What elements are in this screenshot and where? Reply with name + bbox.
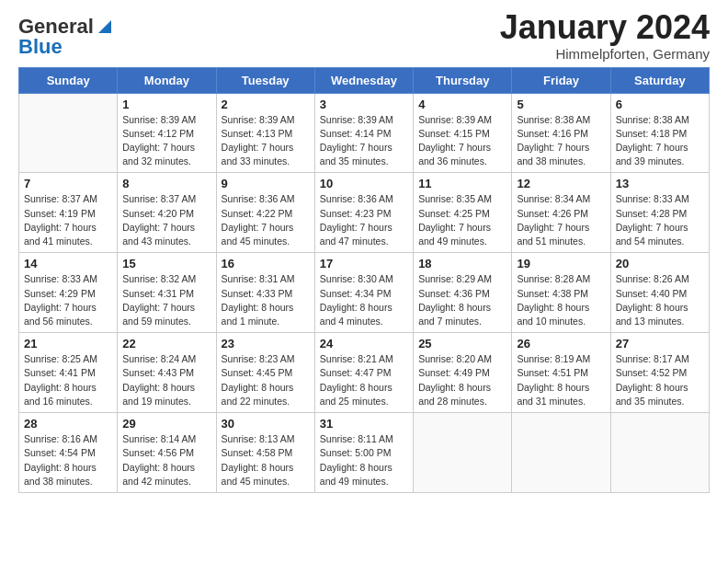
calendar-cell: 28Sunrise: 8:16 AMSunset: 4:54 PMDayligh… [19, 413, 118, 493]
calendar-cell: 6Sunrise: 8:38 AMSunset: 4:18 PMDaylight… [610, 93, 709, 173]
header-saturday: Saturday [610, 67, 709, 93]
header-wednesday: Wednesday [314, 67, 413, 93]
day-number: 7 [24, 177, 112, 190]
day-number: 31 [320, 417, 408, 431]
day-info: Sunrise: 8:34 AMSunset: 4:26 PMDaylight:… [517, 192, 605, 248]
day-info: Sunrise: 8:39 AMSunset: 4:14 PMDaylight:… [320, 113, 408, 169]
header-monday: Monday [118, 67, 216, 93]
day-number: 23 [222, 337, 310, 350]
day-number: 4 [418, 98, 506, 111]
day-number: 29 [122, 417, 210, 431]
day-info: Sunrise: 8:14 AMSunset: 4:56 PMDaylight:… [122, 432, 210, 488]
calendar-cell: 10Sunrise: 8:36 AMSunset: 4:23 PMDayligh… [314, 173, 413, 253]
calendar-cell: 23Sunrise: 8:23 AMSunset: 4:45 PMDayligh… [216, 333, 314, 413]
calendar-cell: 3Sunrise: 8:39 AMSunset: 4:14 PMDaylight… [314, 93, 413, 173]
calendar-cell: 14Sunrise: 8:33 AMSunset: 4:29 PMDayligh… [19, 253, 118, 333]
day-number: 1 [122, 98, 210, 111]
calendar-week-row: 21Sunrise: 8:25 AMSunset: 4:41 PMDayligh… [19, 333, 710, 413]
calendar-cell [414, 413, 512, 493]
calendar-cell: 17Sunrise: 8:30 AMSunset: 4:34 PMDayligh… [314, 253, 413, 333]
month-year-title: January 2024 [500, 9, 710, 46]
day-number: 27 [616, 337, 704, 350]
calendar-cell: 1Sunrise: 8:39 AMSunset: 4:12 PMDaylight… [118, 93, 216, 173]
weekday-header-row: Sunday Monday Tuesday Wednesday Thursday… [19, 67, 710, 93]
day-info: Sunrise: 8:37 AMSunset: 4:20 PMDaylight:… [122, 192, 210, 248]
day-number: 20 [616, 257, 704, 270]
location-subtitle: Himmelpforten, Germany [500, 46, 710, 62]
day-number: 22 [122, 337, 210, 350]
day-number: 26 [517, 337, 605, 350]
day-number: 6 [616, 98, 704, 111]
day-info: Sunrise: 8:24 AMSunset: 4:43 PMDaylight:… [122, 352, 210, 408]
calendar-cell [610, 413, 709, 493]
day-info: Sunrise: 8:20 AMSunset: 4:49 PMDaylight:… [418, 352, 506, 408]
day-number: 16 [222, 257, 310, 270]
calendar-cell: 9Sunrise: 8:36 AMSunset: 4:22 PMDaylight… [216, 173, 314, 253]
day-info: Sunrise: 8:35 AMSunset: 4:25 PMDaylight:… [418, 192, 506, 248]
logo-blue-text: Blue [18, 35, 63, 59]
calendar-cell: 16Sunrise: 8:31 AMSunset: 4:33 PMDayligh… [216, 253, 314, 333]
logo: General Blue [18, 9, 116, 59]
calendar-cell: 29Sunrise: 8:14 AMSunset: 4:56 PMDayligh… [118, 413, 216, 493]
calendar-cell [19, 93, 118, 173]
day-info: Sunrise: 8:39 AMSunset: 4:15 PMDaylight:… [418, 113, 506, 169]
page: General Blue January 2024 Himmelpforten,… [0, 0, 728, 563]
calendar-table: Sunday Monday Tuesday Wednesday Thursday… [18, 67, 710, 493]
day-info: Sunrise: 8:39 AMSunset: 4:12 PMDaylight:… [122, 113, 210, 169]
day-info: Sunrise: 8:37 AMSunset: 4:19 PMDaylight:… [24, 192, 112, 248]
calendar-cell: 12Sunrise: 8:34 AMSunset: 4:26 PMDayligh… [512, 173, 610, 253]
calendar-cell: 13Sunrise: 8:33 AMSunset: 4:28 PMDayligh… [610, 173, 709, 253]
day-number: 19 [517, 257, 605, 270]
day-number: 11 [418, 177, 506, 190]
svg-marker-0 [98, 20, 111, 33]
day-number: 12 [517, 177, 605, 190]
day-number: 8 [122, 177, 210, 190]
day-info: Sunrise: 8:23 AMSunset: 4:45 PMDaylight:… [222, 352, 310, 408]
day-info: Sunrise: 8:33 AMSunset: 4:29 PMDaylight:… [24, 272, 112, 328]
calendar-cell: 24Sunrise: 8:21 AMSunset: 4:47 PMDayligh… [314, 333, 413, 413]
calendar-cell: 20Sunrise: 8:26 AMSunset: 4:40 PMDayligh… [610, 253, 709, 333]
calendar-cell: 21Sunrise: 8:25 AMSunset: 4:41 PMDayligh… [19, 333, 118, 413]
calendar-week-row: 14Sunrise: 8:33 AMSunset: 4:29 PMDayligh… [19, 253, 710, 333]
day-number: 21 [24, 337, 112, 350]
calendar-cell: 26Sunrise: 8:19 AMSunset: 4:51 PMDayligh… [512, 333, 610, 413]
day-info: Sunrise: 8:28 AMSunset: 4:38 PMDaylight:… [517, 272, 605, 328]
calendar-cell: 30Sunrise: 8:13 AMSunset: 4:58 PMDayligh… [216, 413, 314, 493]
day-info: Sunrise: 8:38 AMSunset: 4:16 PMDaylight:… [517, 113, 605, 169]
header-thursday: Thursday [414, 67, 512, 93]
day-info: Sunrise: 8:30 AMSunset: 4:34 PMDaylight:… [320, 272, 408, 328]
day-info: Sunrise: 8:13 AMSunset: 4:58 PMDaylight:… [222, 432, 310, 488]
calendar-cell: 18Sunrise: 8:29 AMSunset: 4:36 PMDayligh… [414, 253, 512, 333]
day-number: 30 [222, 417, 310, 431]
day-info: Sunrise: 8:19 AMSunset: 4:51 PMDaylight:… [517, 352, 605, 408]
day-info: Sunrise: 8:33 AMSunset: 4:28 PMDaylight:… [616, 192, 704, 248]
calendar-cell: 7Sunrise: 8:37 AMSunset: 4:19 PMDaylight… [19, 173, 118, 253]
day-number: 24 [320, 337, 408, 350]
calendar-cell: 31Sunrise: 8:11 AMSunset: 5:00 PMDayligh… [314, 413, 413, 493]
calendar-cell: 11Sunrise: 8:35 AMSunset: 4:25 PMDayligh… [414, 173, 512, 253]
day-info: Sunrise: 8:21 AMSunset: 4:47 PMDaylight:… [320, 352, 408, 408]
calendar-cell: 8Sunrise: 8:37 AMSunset: 4:20 PMDaylight… [118, 173, 216, 253]
calendar-cell: 19Sunrise: 8:28 AMSunset: 4:38 PMDayligh… [512, 253, 610, 333]
day-info: Sunrise: 8:16 AMSunset: 4:54 PMDaylight:… [24, 432, 112, 488]
day-number: 5 [517, 98, 605, 111]
day-info: Sunrise: 8:11 AMSunset: 5:00 PMDaylight:… [320, 432, 408, 488]
day-number: 17 [320, 257, 408, 270]
day-info: Sunrise: 8:39 AMSunset: 4:13 PMDaylight:… [222, 113, 310, 169]
calendar-cell: 25Sunrise: 8:20 AMSunset: 4:49 PMDayligh… [414, 333, 512, 413]
calendar-cell: 4Sunrise: 8:39 AMSunset: 4:15 PMDaylight… [414, 93, 512, 173]
day-info: Sunrise: 8:17 AMSunset: 4:52 PMDaylight:… [616, 352, 704, 408]
calendar-cell: 5Sunrise: 8:38 AMSunset: 4:16 PMDaylight… [512, 93, 610, 173]
day-info: Sunrise: 8:32 AMSunset: 4:31 PMDaylight:… [122, 272, 210, 328]
calendar-cell: 2Sunrise: 8:39 AMSunset: 4:13 PMDaylight… [216, 93, 314, 173]
calendar-week-row: 7Sunrise: 8:37 AMSunset: 4:19 PMDaylight… [19, 173, 710, 253]
calendar-week-row: 1Sunrise: 8:39 AMSunset: 4:12 PMDaylight… [19, 93, 710, 173]
title-block: January 2024 Himmelpforten, Germany [500, 9, 710, 62]
day-info: Sunrise: 8:25 AMSunset: 4:41 PMDaylight:… [24, 352, 112, 408]
day-number: 10 [320, 177, 408, 190]
day-info: Sunrise: 8:36 AMSunset: 4:23 PMDaylight:… [320, 192, 408, 248]
day-number: 3 [320, 98, 408, 111]
header: General Blue January 2024 Himmelpforten,… [18, 9, 710, 62]
day-info: Sunrise: 8:36 AMSunset: 4:22 PMDaylight:… [222, 192, 310, 248]
day-info: Sunrise: 8:29 AMSunset: 4:36 PMDaylight:… [418, 272, 506, 328]
